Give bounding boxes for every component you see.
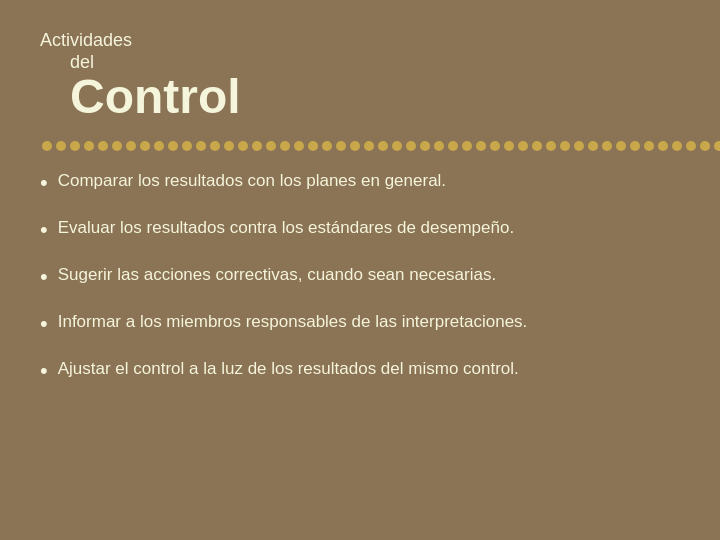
bullet-text: Sugerir las acciones correctivas, cuando… xyxy=(58,262,680,288)
list-item: •Sugerir las acciones correctivas, cuand… xyxy=(40,262,680,293)
dot xyxy=(392,141,402,151)
dot xyxy=(476,141,486,151)
dot xyxy=(140,141,150,151)
dot xyxy=(644,141,654,151)
dot xyxy=(84,141,94,151)
dot xyxy=(714,141,720,151)
slide: Actividades del Control •Comparar los re… xyxy=(0,0,720,540)
bullet-text: Comparar los resultados con los planes e… xyxy=(58,168,680,194)
dot xyxy=(308,141,318,151)
dot xyxy=(546,141,556,151)
dot xyxy=(616,141,626,151)
dot xyxy=(574,141,584,151)
bullet-icon: • xyxy=(40,166,48,199)
dot xyxy=(630,141,640,151)
dot xyxy=(378,141,388,151)
dots-row xyxy=(40,141,680,151)
dot xyxy=(532,141,542,151)
dot xyxy=(560,141,570,151)
dot xyxy=(588,141,598,151)
dot xyxy=(182,141,192,151)
dot xyxy=(518,141,528,151)
list-item: •Ajustar el control a la luz de los resu… xyxy=(40,356,680,387)
dot xyxy=(252,141,262,151)
dot xyxy=(420,141,430,151)
dot xyxy=(112,141,122,151)
dot xyxy=(266,141,276,151)
dot xyxy=(434,141,444,151)
dot xyxy=(448,141,458,151)
dots-divider xyxy=(40,142,680,150)
bullet-text: Ajustar el control a la luz de los resul… xyxy=(58,356,680,382)
dot xyxy=(504,141,514,151)
dot xyxy=(224,141,234,151)
dot xyxy=(602,141,612,151)
dot xyxy=(56,141,66,151)
dot xyxy=(126,141,136,151)
list-item: •Informar a los miembros responsables de… xyxy=(40,309,680,340)
dot xyxy=(658,141,668,151)
control-title: Control xyxy=(70,71,680,124)
dot xyxy=(294,141,304,151)
list-item: •Evaluar los resultados contra los están… xyxy=(40,215,680,246)
slide-header: Actividades del Control xyxy=(40,30,680,124)
dot xyxy=(98,141,108,151)
dot xyxy=(70,141,80,151)
dot xyxy=(490,141,500,151)
dot xyxy=(322,141,332,151)
dot xyxy=(700,141,710,151)
bullet-icon: • xyxy=(40,260,48,293)
dot xyxy=(154,141,164,151)
dot xyxy=(238,141,248,151)
dot xyxy=(672,141,682,151)
bullet-text: Informar a los miembros responsables de … xyxy=(58,309,680,335)
dot xyxy=(350,141,360,151)
bullet-text: Evaluar los resultados contra los estánd… xyxy=(58,215,680,241)
bullet-icon: • xyxy=(40,307,48,340)
dot xyxy=(42,141,52,151)
del-text: del xyxy=(70,52,94,72)
dot xyxy=(686,141,696,151)
dot xyxy=(280,141,290,151)
dot xyxy=(364,141,374,151)
dot xyxy=(168,141,178,151)
bullet-list: •Comparar los resultados con los planes … xyxy=(40,168,680,510)
actividades-del-label: Actividades del xyxy=(40,30,680,73)
list-item: •Comparar los resultados con los planes … xyxy=(40,168,680,199)
bullet-icon: • xyxy=(40,213,48,246)
dot xyxy=(462,141,472,151)
actividades-text: Actividades xyxy=(40,30,132,50)
dot xyxy=(196,141,206,151)
bullet-icon: • xyxy=(40,354,48,387)
dot xyxy=(406,141,416,151)
dot xyxy=(336,141,346,151)
dot xyxy=(210,141,220,151)
